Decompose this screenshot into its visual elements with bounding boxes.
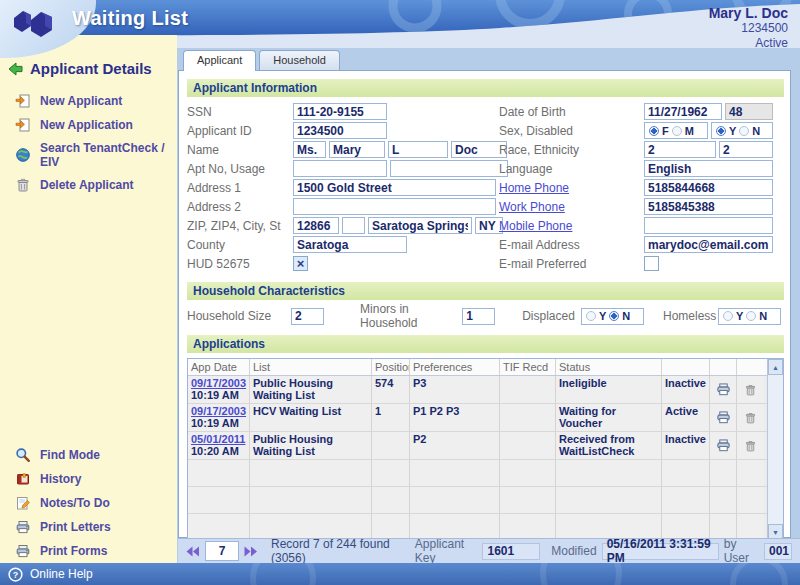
scroll-up-icon[interactable]: ▲ [768, 359, 783, 375]
household-size-field[interactable] [291, 308, 324, 325]
section-household-characteristics: Household Characteristics [187, 282, 784, 300]
app-list: Public Housing Waiting List [250, 376, 372, 403]
homeless-n-radio[interactable] [746, 311, 756, 321]
sidebar-item-label: Delete Applicant [40, 178, 134, 192]
sidebar-item-new-application[interactable]: New Application [0, 113, 177, 137]
address1-field[interactable] [293, 179, 496, 196]
print-application-button[interactable] [710, 432, 737, 459]
county-field[interactable] [293, 236, 407, 253]
sidebar-item-search-tenantcheck[interactable]: Search TenantCheck / EIV [0, 137, 177, 173]
name-prefix-field[interactable] [293, 141, 326, 158]
homeless-y-radio[interactable] [723, 311, 733, 321]
hud-52675-checkbox[interactable] [293, 256, 308, 271]
online-help-link[interactable]: Online Help [30, 567, 93, 581]
sex-disabled-label: Sex, Disabled [499, 124, 644, 138]
mobile-phone-field[interactable] [644, 217, 773, 234]
notes-icon [15, 495, 31, 511]
print-icon [716, 383, 731, 396]
ssn-field[interactable] [293, 103, 387, 120]
language-field[interactable] [644, 160, 773, 177]
sidebar-item-find-mode[interactable]: Find Mode [0, 443, 177, 467]
sidebar-item-new-applicant[interactable]: New Applicant [0, 89, 177, 113]
magnifier-icon [15, 447, 31, 463]
col-state [662, 359, 710, 375]
app-status: Waiting for Voucher [556, 404, 662, 431]
app-preferences: P3 [410, 376, 500, 403]
home-phone-field[interactable] [644, 179, 773, 196]
zip4-field[interactable] [342, 217, 365, 234]
homeless-radio-group: Y N [718, 308, 781, 325]
app-date-link[interactable]: 05/01/2011 [191, 433, 246, 445]
table-scrollbar[interactable]: ▲ ▼ [767, 359, 783, 540]
first-name-field[interactable] [329, 141, 385, 158]
home-phone-link[interactable]: Home Phone [499, 181, 644, 195]
dob-field[interactable] [644, 103, 722, 120]
displaced-y-radio[interactable] [586, 311, 596, 321]
app-preferences: P2 [410, 432, 500, 459]
app-tif-recd [500, 376, 556, 403]
address2-field[interactable] [293, 198, 496, 215]
sidebar-item-delete-applicant[interactable]: Delete Applicant [0, 173, 177, 197]
record-number-input[interactable] [205, 541, 239, 561]
zip-field[interactable] [293, 217, 339, 234]
usage-field[interactable] [390, 160, 508, 177]
sex-f-label: F [662, 125, 669, 137]
delete-application-button[interactable] [737, 404, 764, 431]
new-applicant-icon [15, 93, 31, 109]
disabled-y-radio[interactable] [716, 126, 726, 136]
mobile-phone-link[interactable]: Mobile Phone [499, 219, 644, 233]
applications-table: App Date List Position Preferences TIF R… [187, 358, 784, 541]
displaced-label: Displaced [522, 309, 581, 323]
race-field[interactable] [644, 141, 716, 158]
work-phone-field[interactable] [644, 198, 773, 215]
trash-icon [744, 383, 757, 397]
app-position: 1 [372, 404, 410, 431]
sidebar-item-print-letters[interactable]: Print Letters [0, 515, 177, 539]
sex-m-radio[interactable] [672, 126, 682, 136]
app-date-link[interactable]: 09/17/2003 [191, 405, 246, 417]
middle-name-field[interactable] [388, 141, 448, 158]
print-application-button[interactable] [710, 404, 737, 431]
sidebar-item-notes-todo[interactable]: Notes/To Do [0, 491, 177, 515]
sidebar-item-history[interactable]: History [0, 467, 177, 491]
modified-value: 05/16/2011 3:31:59 PM [602, 543, 719, 560]
applicant-id-field[interactable] [293, 122, 387, 139]
email-preferred-checkbox[interactable] [644, 256, 659, 271]
application-row: 09/17/2003 10:19 AM HCV Waiting List 1 P… [188, 404, 767, 432]
work-phone-link[interactable]: Work Phone [499, 200, 644, 214]
app-state: Inactive [662, 376, 710, 403]
book-icon [15, 471, 31, 487]
sex-f-radio[interactable] [649, 126, 659, 136]
apt-no-usage-label: Apt No, Usage [187, 162, 293, 176]
sidebar-item-print-forms[interactable]: Print Forms [0, 539, 177, 563]
sex-m-label: M [685, 125, 694, 137]
delete-application-button[interactable] [737, 432, 764, 459]
col-preferences: Preferences [410, 359, 500, 375]
app-state: Active [662, 404, 710, 431]
previous-record-button[interactable] [186, 546, 200, 557]
city-field[interactable] [368, 217, 472, 234]
next-record-button[interactable] [244, 546, 258, 557]
sidebar-item-label: New Application [40, 118, 133, 132]
tab-applicant[interactable]: Applicant [183, 50, 256, 71]
apt-no-field[interactable] [293, 160, 387, 177]
applicant-panel: Applicant Information SSN Applicant ID N… [178, 70, 791, 538]
application-row: 05/01/2011 10:20 AM Public Housing Waiti… [188, 432, 767, 460]
app-position: 574 [372, 376, 410, 403]
empty-row [188, 487, 767, 514]
user-value: 001 [764, 543, 792, 560]
ethnicity-field[interactable] [719, 141, 773, 158]
disabled-n-radio[interactable] [739, 126, 749, 136]
applicant-status: Active [709, 36, 788, 51]
tab-household[interactable]: Household [259, 50, 340, 70]
empty-row [188, 460, 767, 487]
county-label: County [187, 238, 293, 252]
delete-application-button[interactable] [737, 376, 764, 403]
email-field[interactable] [644, 236, 773, 253]
minors-field[interactable] [462, 308, 495, 325]
address2-label: Address 2 [187, 200, 293, 214]
displaced-n-radio[interactable] [609, 311, 619, 321]
sidebar-item-label: Notes/To Do [40, 496, 110, 510]
app-date-link[interactable]: 09/17/2003 [191, 377, 246, 389]
print-application-button[interactable] [710, 376, 737, 403]
